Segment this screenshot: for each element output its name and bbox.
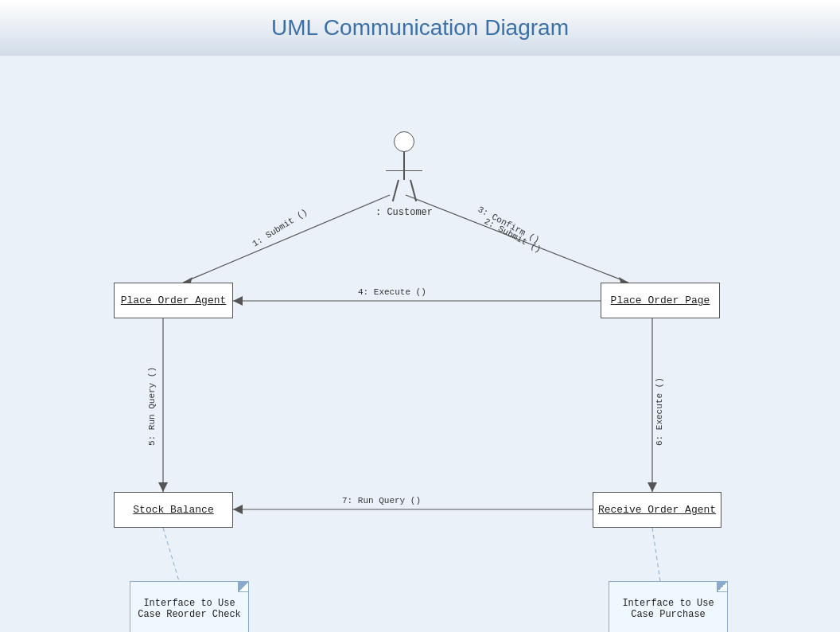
svg-marker-11 [233, 505, 243, 514]
box-label-stock-balance: Stock Balance [133, 504, 213, 516]
actor-label: : Customer [375, 207, 433, 218]
msg7-label: 7: Run Query () [342, 496, 421, 505]
msg4-label: 4: Execute () [358, 287, 426, 297]
msg1-label: 1: Submit () [251, 207, 309, 248]
diagram-area: 1: Submit () 3: Confirm () 2: Submit () … [0, 56, 840, 632]
svg-line-2 [406, 195, 628, 283]
note-purchase-label: Interface to Use Case Purchase [616, 598, 721, 620]
svg-marker-7 [158, 482, 168, 492]
msg2-label: 2: Submit () [483, 217, 543, 255]
box-label-receive-order-agent: Receive Order Agent [598, 504, 716, 516]
msg6-label: 6: Execute () [655, 377, 664, 446]
svg-line-0 [183, 195, 390, 283]
box-place-order-page: Place Order Page [601, 283, 720, 318]
note-purchase: Interface to Use Case Purchase [609, 581, 728, 632]
svg-marker-5 [233, 296, 243, 306]
svg-line-12 [163, 528, 179, 581]
header: UML Communication Diagram [0, 0, 840, 56]
box-receive-order-agent: Receive Order Agent [593, 492, 721, 528]
actor-customer: : Customer [375, 131, 433, 218]
page-title: UML Communication Diagram [271, 15, 569, 41]
box-label-place-order-agent: Place Order Agent [121, 295, 227, 306]
msg5-label: 5: Run Query () [147, 367, 157, 446]
box-label-place-order-page: Place Order Page [611, 295, 710, 306]
box-place-order-agent: Place Order Agent [114, 283, 233, 318]
note-reorder-label: Interface to Use Case Reorder Check [137, 598, 242, 620]
svg-line-13 [652, 528, 660, 581]
svg-marker-9 [648, 482, 657, 492]
note-reorder-check: Interface to Use Case Reorder Check [130, 581, 249, 632]
msg3-label: 3: Confirm () [476, 205, 541, 245]
actor-head [394, 131, 414, 152]
box-stock-balance: Stock Balance [114, 492, 233, 528]
